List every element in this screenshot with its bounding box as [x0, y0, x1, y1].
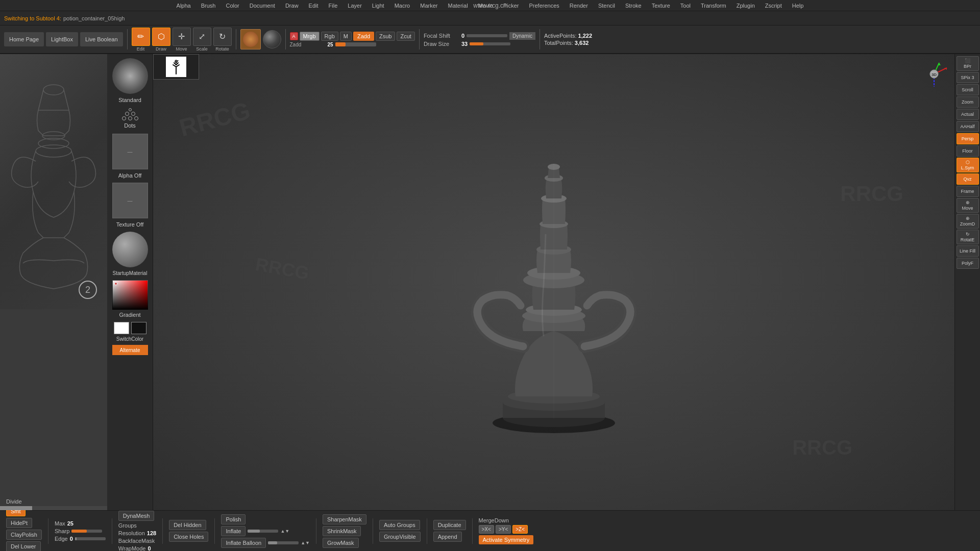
menu-item-preferences[interactable]: Preferences: [527, 2, 561, 10]
sharp-slider[interactable]: [71, 530, 102, 533]
main-toolbar: Home Page LightBox Live Boolean ✏ Edit ⬡…: [0, 26, 980, 54]
activate-symmetry-btn[interactable]: Activate Symmetry: [479, 535, 534, 544]
scroll-btn[interactable]: Scroll: [957, 84, 979, 95]
inflate-balloon-slider[interactable]: [268, 541, 299, 544]
polish-btn[interactable]: Polish: [221, 514, 246, 524]
menu-item-zscript[interactable]: Zscript: [763, 2, 784, 10]
shrink-mask-btn[interactable]: ShrinkMask: [323, 526, 361, 536]
menu-item-texture[interactable]: Texture: [650, 2, 672, 10]
draw-tool-btn[interactable]: ⬡: [152, 28, 170, 46]
menu-item-layer[interactable]: Layer: [346, 2, 364, 10]
clay-polish-btn[interactable]: ClayPolish: [6, 530, 42, 540]
menu-item-file[interactable]: File: [327, 2, 340, 10]
edge-slider[interactable]: [75, 537, 106, 540]
menu-item-transform[interactable]: Transform: [699, 2, 728, 10]
close-holes-btn[interactable]: Close Holes: [169, 532, 208, 542]
zoom-btn[interactable]: Zoom: [957, 96, 979, 108]
menu-item-alpha[interactable]: Alpha: [175, 2, 193, 10]
material-sphere[interactable]: [112, 232, 148, 267]
group-visible-btn[interactable]: GroupVisible: [379, 532, 421, 542]
alpha-toggle[interactable]: A: [290, 32, 298, 40]
draw-size-slider[interactable]: [470, 42, 510, 45]
hide-pt-btn[interactable]: HidePt: [6, 518, 32, 528]
white-swatch[interactable]: [114, 322, 129, 334]
menu-item-document[interactable]: Document: [248, 2, 277, 10]
del-hidden-btn[interactable]: Del Hidden: [169, 520, 206, 530]
polyf-btn[interactable]: PolyF: [957, 258, 979, 269]
texture-box[interactable]: ―: [112, 183, 148, 218]
z-axis-btn[interactable]: >Z<: [512, 525, 528, 534]
menu-item-material[interactable]: Material: [446, 2, 470, 10]
spix-btn[interactable]: SPix 3: [957, 72, 979, 83]
focal-shift-slider[interactable]: [467, 34, 507, 37]
scale-tool-btn[interactable]: ⤢: [193, 28, 211, 46]
menu-item-light[interactable]: Light: [370, 2, 386, 10]
sharpen-mask-btn[interactable]: SharpenMask: [323, 514, 366, 524]
zoomd-btn[interactable]: ⊕ ZoomD: [957, 214, 979, 229]
grow-mask-btn[interactable]: GrowMask: [323, 538, 359, 548]
alpha-box[interactable]: ―: [112, 134, 148, 169]
menu-item-help[interactable]: Help: [790, 2, 806, 10]
m-btn[interactable]: M: [340, 32, 352, 41]
edit-tool-btn[interactable]: ✏: [132, 28, 150, 46]
mode-sphere-btn[interactable]: [263, 30, 281, 48]
zcut-btn[interactable]: Zcut: [397, 32, 414, 41]
color-picker[interactable]: [112, 280, 148, 310]
auto-groups-btn[interactable]: Auto Groups: [379, 520, 420, 530]
x-axis-btn[interactable]: >X<: [479, 525, 494, 534]
del-lower-btn[interactable]: Del Lower: [6, 541, 41, 551]
live-boolean-btn[interactable]: Live Boolean: [80, 32, 123, 46]
menu-item-draw[interactable]: Draw: [283, 2, 301, 10]
frame-btn[interactable]: Frame: [957, 186, 979, 197]
total-points-value: 3,632: [575, 40, 589, 46]
menu-item-macro[interactable]: Macro: [393, 2, 412, 10]
move-rp-btn[interactable]: ⊕ Move: [957, 198, 979, 213]
scroll-label: Scroll: [962, 87, 973, 92]
menu-item-zplugin[interactable]: Zplugin: [734, 2, 757, 10]
black-swatch[interactable]: [131, 322, 146, 334]
menu-item-render[interactable]: Render: [568, 2, 590, 10]
inflate-btn[interactable]: Inflate: [221, 526, 246, 536]
aahalf-btn[interactable]: AAHalf: [957, 121, 979, 132]
append-btn[interactable]: Append: [433, 532, 462, 542]
bpr-btn[interactable]: ⬛ BPr: [957, 56, 979, 71]
inflate-slider[interactable]: [248, 530, 278, 533]
lsym-btn[interactable]: ⬡ L.Sym: [957, 158, 979, 172]
linefill-btn[interactable]: Line Fill: [957, 245, 979, 257]
actual-btn[interactable]: Actual: [957, 109, 979, 120]
rgb-btn[interactable]: Rgb: [321, 32, 338, 41]
menu-item-stroke[interactable]: Stroke: [623, 2, 644, 10]
move-tool-btn[interactable]: ✛: [173, 28, 191, 46]
menu-item-color[interactable]: Color: [224, 2, 241, 10]
mrgb-btn[interactable]: Mrgb: [300, 32, 320, 41]
persp-btn[interactable]: Persp: [957, 133, 979, 144]
menu-item-tool[interactable]: Tool: [678, 2, 693, 10]
main-viewport[interactable]: RRCG RRCG RRCG RRCG: [153, 54, 954, 510]
alternate-btn[interactable]: Alternate: [112, 345, 148, 355]
dyna-mesh-btn[interactable]: DynaMesh: [118, 511, 155, 521]
inflate-balloon-btn[interactable]: Inflate Balloon: [221, 538, 266, 548]
menu-item-edit[interactable]: Edit: [307, 2, 321, 10]
zadd-btn[interactable]: Zadd: [353, 32, 374, 41]
dynamic-btn[interactable]: Dynamic: [509, 32, 535, 40]
menu-item-stencil[interactable]: Stencil: [596, 2, 617, 10]
brush-preview[interactable]: [112, 58, 148, 94]
rotate-rp-btn[interactable]: ↻ RotatE: [957, 230, 979, 244]
home-page-btn[interactable]: Home Page: [4, 32, 44, 46]
navigation-gizmo[interactable]: 3D: [919, 59, 949, 89]
y-axis-btn[interactable]: >Y<: [496, 525, 511, 534]
brush-icon-btn[interactable]: [240, 29, 261, 49]
model-svg: [421, 91, 687, 438]
zsub-btn[interactable]: Zsub: [376, 32, 395, 41]
linefill-label: Line Fill: [960, 248, 975, 254]
rotate-tool-btn[interactable]: ↻: [213, 28, 232, 46]
z-intensity-slider[interactable]: [335, 42, 376, 46]
qvz-btn[interactable]: Qvz: [957, 173, 979, 185]
zoomd-icon: ⊕: [966, 216, 970, 221]
menu-item-brush[interactable]: Brush: [199, 2, 218, 10]
sketch-scroll-bar[interactable]: [0, 506, 107, 510]
menu-item-marker[interactable]: Marker: [418, 2, 439, 10]
lightbox-btn[interactable]: LightBox: [46, 32, 78, 46]
duplicate-btn[interactable]: Duplicate: [433, 520, 466, 530]
floor-btn[interactable]: Floor: [957, 145, 979, 157]
